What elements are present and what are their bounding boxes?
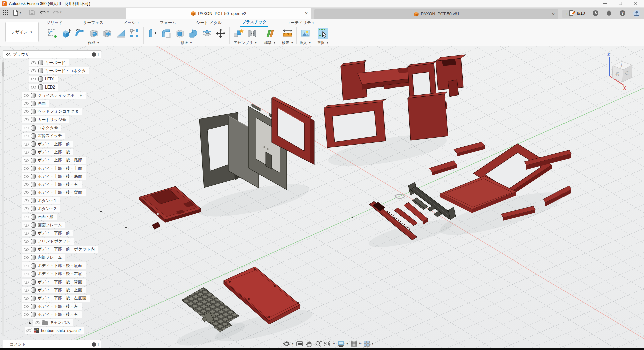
visibility-eye-icon[interactable] (23, 190, 29, 195)
new-component-icon[interactable] (233, 28, 244, 39)
browser-item[interactable]: ボディ・下部・後・上面 (38, 287, 82, 293)
ribbon-tab-mesh[interactable]: メッシュ (122, 19, 141, 27)
zoom-icon[interactable] (315, 340, 322, 347)
browser-item[interactable]: ボディ・上部・前 (38, 141, 70, 147)
visibility-eye-icon[interactable] (35, 320, 40, 325)
visibility-eye-icon[interactable] (23, 231, 29, 236)
apps-grid-icon[interactable] (3, 10, 8, 15)
browser-item[interactable]: ボディ・下部・前・ポケット内 (38, 246, 95, 252)
look-at-icon[interactable] (296, 340, 303, 347)
pan-icon[interactable] (305, 340, 313, 347)
visibility-eye-icon[interactable] (23, 158, 29, 163)
move-icon[interactable] (215, 28, 226, 39)
display-settings-icon[interactable]: ▼ (337, 340, 349, 347)
notifications-bell-icon[interactable] (606, 10, 612, 16)
browser-item[interactable]: LED1 (45, 77, 55, 81)
visibility-eye-icon[interactable] (23, 263, 29, 268)
file-menu-icon[interactable]: ▼ (13, 10, 22, 16)
maximize-button[interactable] (615, 0, 626, 7)
visibility-eye-icon[interactable] (23, 296, 29, 301)
browser-item[interactable]: ボディ・上部・後 (38, 149, 70, 155)
browser-item[interactable]: ボタン・2 (38, 206, 56, 212)
panel-overflow-icon[interactable]: − (92, 52, 96, 57)
select-tool-icon[interactable] (318, 28, 328, 39)
group-label-assemble[interactable]: アセンブリ (234, 40, 253, 45)
browser-item[interactable]: 画面フレーム (38, 222, 62, 228)
construction-plane-icon[interactable] (265, 28, 275, 39)
visibility-eye-icon[interactable] (23, 125, 29, 130)
browser-item[interactable]: ボディ・下部・後・左底面 (38, 295, 86, 301)
visibility-eye-icon[interactable] (23, 101, 29, 106)
browser-item[interactable]: ボディ・下部・後・右底 (38, 271, 82, 277)
visibility-eye-icon[interactable] (23, 239, 29, 244)
visibility-eye-icon[interactable] (23, 150, 29, 155)
ribbon-tab-utility[interactable]: ユーティリティ (285, 19, 317, 27)
browser-item[interactable]: キーボード (45, 60, 65, 66)
visibility-eye-icon[interactable] (23, 223, 29, 228)
browser-item[interactable]: ボディ・上部・後・背面 (38, 190, 82, 195)
browser-item[interactable]: ボディ・下部・後・背面 (38, 279, 82, 285)
expand-triangle-icon[interactable] (29, 321, 32, 324)
visibility-eye-icon[interactable] (23, 93, 29, 98)
ribbon-tab-plastic[interactable]: プラスチック (240, 18, 268, 27)
browser-item[interactable]: ジョイスティックポート (38, 93, 83, 98)
tab-close-icon[interactable]: ✕ (305, 11, 308, 16)
visibility-eye-icon[interactable] (23, 142, 29, 147)
combine-icon[interactable] (188, 28, 199, 39)
job-status-icon[interactable]: 8/10 (569, 10, 585, 16)
visibility-eye-icon[interactable] (23, 255, 29, 260)
browser-item[interactable]: ボディ・上部・後・上面 (38, 166, 82, 171)
shell-icon[interactable] (174, 28, 185, 39)
document-tab-active[interactable]: PAXON_PCT-50_open v2 ✕ (126, 8, 311, 19)
visibility-eye-off-icon[interactable] (26, 328, 32, 333)
orbit-icon[interactable]: ▼ (283, 340, 294, 347)
close-button[interactable] (630, 0, 641, 7)
group-label-inspect[interactable]: 検査 (282, 40, 289, 45)
browser-item[interactable]: 内部フレーム (38, 255, 62, 260)
visibility-eye-icon[interactable] (23, 133, 29, 138)
minimize-button[interactable] (599, 0, 611, 7)
visibility-eye-icon[interactable] (23, 117, 29, 122)
visibility-eye-icon[interactable] (23, 214, 29, 219)
visibility-eye-icon[interactable] (23, 312, 29, 317)
extrude-icon[interactable] (61, 28, 71, 39)
visibility-eye-icon[interactable] (23, 166, 29, 171)
browser-scrollbar[interactable] (2, 59, 4, 336)
panel-drag-handle[interactable]: ‖ (98, 52, 99, 56)
revolve-icon[interactable] (88, 28, 99, 39)
split-body-icon[interactable] (202, 28, 212, 39)
ribbon-tab-sheetmetal[interactable]: シート メタル (195, 19, 223, 27)
visibility-eye-icon[interactable] (31, 68, 36, 73)
browser-item[interactable]: カートリッジ蓋 (38, 117, 66, 123)
browser-item[interactable]: ヘッドフォンコネクタ (38, 109, 79, 114)
workspace-selector[interactable]: デザイン ▼ (5, 22, 39, 42)
visibility-eye-icon[interactable] (23, 280, 29, 285)
browser-item[interactable]: ボディ・上部・後・尾部 (38, 157, 82, 163)
browser-item[interactable]: 画面・緑 (38, 214, 54, 220)
tab-close-icon[interactable]: ✕ (552, 12, 555, 17)
press-pull-icon[interactable] (147, 28, 158, 39)
comment-add-icon[interactable]: + (92, 342, 96, 347)
visibility-eye-icon[interactable] (23, 247, 29, 252)
clock-icon[interactable] (592, 10, 599, 16)
visibility-eye-icon[interactable] (23, 206, 29, 211)
help-icon[interactable]: ? (619, 10, 626, 16)
visibility-eye-icon[interactable] (23, 198, 29, 203)
browser-item[interactable]: LED2 (45, 85, 55, 90)
grid-settings-icon[interactable]: ▼ (351, 340, 361, 347)
browser-item[interactable]: ボディ・上部・後・右 (38, 182, 78, 187)
browser-item[interactable]: ボディ・下部・後・右 (38, 312, 78, 317)
comment-bar[interactable]: コメント + ‖ (3, 340, 101, 349)
browser-item[interactable]: キャンバス (50, 320, 70, 325)
pattern-icon[interactable] (129, 28, 140, 39)
browser-item[interactable]: ボディ・下部・後・底面 (38, 263, 82, 269)
browser-item[interactable]: キーボード・コネクタ (45, 68, 86, 74)
collapse-arrows-icon[interactable] (6, 53, 11, 56)
group-label-construct[interactable]: 構築 (264, 40, 272, 45)
create-sketch-icon[interactable] (47, 28, 58, 39)
group-label-insert[interactable]: 挿入 (300, 40, 307, 45)
browser-item[interactable]: 電源スイッチ (38, 133, 62, 139)
browser-panel-header[interactable]: ブラウザ − ‖ (3, 50, 101, 58)
save-icon[interactable] (29, 10, 35, 15)
browser-item[interactable]: ボディ・上部・後・底面 (38, 174, 82, 179)
